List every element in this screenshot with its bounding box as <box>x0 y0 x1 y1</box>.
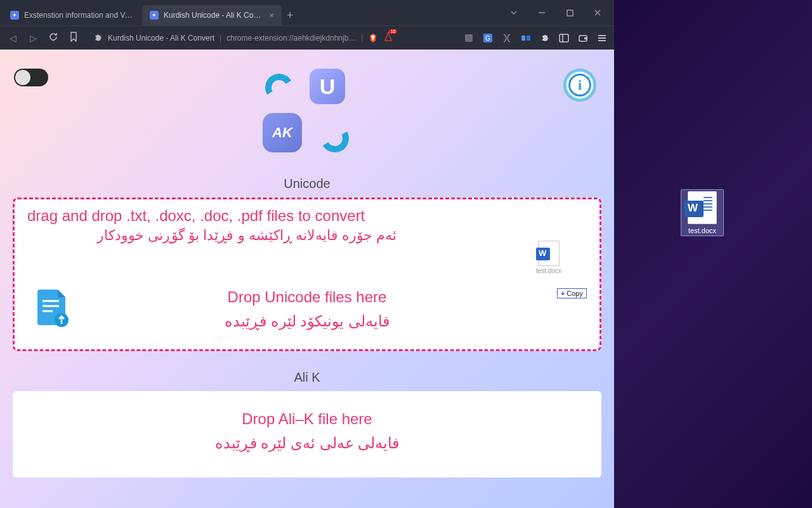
svg-rect-10 <box>584 37 587 39</box>
file-upload-icon <box>34 288 69 330</box>
section-label-alik: Ali K <box>0 370 614 385</box>
reload-button[interactable] <box>47 32 60 44</box>
drag-preview: test.docx <box>536 241 561 274</box>
menu-icon[interactable] <box>596 32 608 44</box>
page-content: i U AK Unicode drag and drop .txt, .doxc… <box>0 50 614 508</box>
new-tab-button[interactable]: + <box>282 9 299 22</box>
back-button[interactable]: ◁ <box>6 33 19 43</box>
shield-badge: 10 <box>389 29 398 34</box>
logo-alik-tile: AK <box>263 113 302 152</box>
ext-icon[interactable] <box>501 32 513 44</box>
ext-translate-icon[interactable]: G <box>482 32 494 44</box>
window-maximize-icon[interactable] <box>556 3 584 22</box>
shield-icon[interactable]: 10 <box>383 32 393 44</box>
svg-rect-5 <box>521 36 525 41</box>
window-chevron-icon[interactable] <box>500 3 528 22</box>
drop-label-ku: فایەلی عەلی ئەی لێرە فڕێبدە <box>25 434 589 452</box>
extensions-menu-icon[interactable] <box>539 32 551 44</box>
address-url: chrome-extension://aehkdiejkdnhnjb… <box>226 34 356 43</box>
word-file-icon <box>688 191 717 224</box>
extension-icon <box>94 34 103 43</box>
window-controls <box>500 3 612 22</box>
drop-label-en: Drop Ali–K file here <box>25 410 589 428</box>
unicode-drop-zone[interactable]: drag and drop .txt, .doxc, .doc, .pdf fi… <box>13 197 601 351</box>
svg-rect-7 <box>560 34 568 42</box>
close-tab-icon[interactable]: × <box>269 11 274 20</box>
ext-icon[interactable] <box>520 32 532 44</box>
browser-window: ✦ Exstenstion information and Version ✦ … <box>0 0 614 508</box>
toggle-knob <box>15 70 30 85</box>
logo-arc-icon <box>262 70 296 105</box>
tab-extension-info[interactable]: ✦ Exstenstion information and Version <box>3 5 142 25</box>
desktop-file-name: test.docx <box>683 227 722 234</box>
desktop[interactable]: test.docx <box>614 0 812 508</box>
logo-arc-icon <box>318 121 352 156</box>
drop-label-ku: فایەلی یونیکۆد لێرە فڕێبدە <box>27 312 587 330</box>
word-file-icon <box>538 241 560 266</box>
address-bar[interactable]: Kurdish Unicode - Ali K Convert | chrome… <box>88 29 455 46</box>
extension-tray: G <box>463 32 608 44</box>
window-minimize-icon[interactable] <box>528 3 556 22</box>
drop-label-en: Drop Unicode files here <box>27 288 587 306</box>
tab-converter[interactable]: ✦ Kurdish Unicode - Ali K Converter × <box>142 5 282 25</box>
info-button[interactable]: i <box>563 69 596 102</box>
drag-copy-tooltip: + Copy <box>557 288 587 298</box>
window-close-icon[interactable] <box>584 3 612 22</box>
svg-rect-1 <box>567 10 573 16</box>
forward-button[interactable]: ▷ <box>27 33 39 43</box>
svg-rect-6 <box>527 36 530 41</box>
tab-title: Kurdish Unicode - Ali K Converter <box>164 11 264 20</box>
alik-drop-zone[interactable]: Drop Ali–K file here فایەلی عەلی ئەی لێر… <box>13 391 601 478</box>
plus-icon: + <box>561 290 565 297</box>
wallet-icon[interactable] <box>577 32 589 44</box>
svg-text:G: G <box>485 35 490 42</box>
address-title: Kurdish Unicode - Ali K Convert <box>108 34 214 43</box>
tab-favicon: ✦ <box>150 11 159 20</box>
sidebar-icon[interactable] <box>558 32 570 44</box>
tab-strip: ✦ Exstenstion information and Version ✦ … <box>0 0 614 25</box>
desktop-file[interactable]: test.docx <box>681 189 724 236</box>
tab-title: Exstenstion information and Version <box>24 11 134 20</box>
tab-favicon: ✦ <box>10 11 19 20</box>
drag-copy-label: Copy <box>566 290 583 297</box>
toolbar: ◁ ▷ Kurdish Unicode - Ali K Convert | ch… <box>0 25 614 50</box>
app-logo: U AK <box>263 69 351 157</box>
drag-file-name: test.docx <box>536 267 561 274</box>
drop-hint-ku: ئەم جۆرە فایەلانە ڕاکێشە و فڕێدا بۆ گۆڕن… <box>27 227 587 244</box>
drop-hint-en: drag and drop .txt, .doxc, .doc, .pdf fi… <box>27 207 587 225</box>
dark-mode-toggle[interactable] <box>14 69 48 86</box>
ext-icon[interactable] <box>463 32 475 44</box>
info-icon: i <box>568 74 591 97</box>
logo-unicode-tile: U <box>310 69 345 104</box>
bookmark-button[interactable] <box>67 32 80 44</box>
section-label-unicode: Unicode <box>0 177 614 191</box>
svg-rect-2 <box>465 34 473 42</box>
brave-icon[interactable] <box>368 33 378 43</box>
